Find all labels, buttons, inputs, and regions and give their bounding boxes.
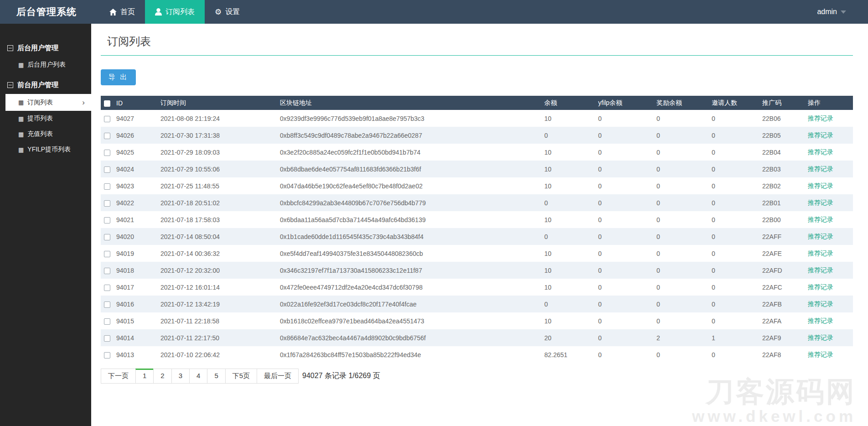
- sidebar-item-recharge-list[interactable]: ▦ 充值列表: [0, 126, 91, 142]
- row-reward-balance: 0: [656, 279, 712, 296]
- select-all-checkbox[interactable]: [104, 100, 110, 107]
- page-number-button[interactable]: 4: [189, 369, 207, 384]
- row-time: 2021-07-10 22:06:42: [160, 346, 280, 363]
- page-number-button[interactable]: 2: [153, 369, 171, 384]
- sidebar-group-frontend-users[interactable]: 前台用户管理: [0, 76, 91, 94]
- row-checkbox[interactable]: [104, 335, 110, 342]
- referral-records-link[interactable]: 推荐记录: [808, 233, 833, 240]
- referral-records-link[interactable]: 推荐记录: [808, 300, 833, 307]
- table-icon: ▦: [18, 62, 24, 68]
- row-promo-code: 22B04: [762, 144, 808, 161]
- row-checkbox[interactable]: [104, 183, 110, 190]
- page-number-button[interactable]: 1: [135, 369, 154, 384]
- row-invite-count: 0: [712, 177, 762, 194]
- referral-records-link[interactable]: 推荐记录: [808, 148, 833, 156]
- page-number-button[interactable]: 3: [171, 369, 190, 384]
- referral-records-link[interactable]: 推荐记录: [808, 199, 833, 206]
- referral-records-link[interactable]: 推荐记录: [808, 317, 833, 324]
- row-address: 0x1f67a284263bc84ff57e1503ba85b222f94ed3…: [280, 346, 544, 363]
- pagination-row: 下一页12345下5页最后一页 94027 条记录 1/6269 页: [101, 369, 853, 384]
- nav-item-label: 设置: [225, 7, 240, 17]
- minus-square-icon: [7, 45, 13, 51]
- row-promo-code: 22AFC: [762, 279, 808, 296]
- gear-icon: ⚙: [215, 8, 222, 16]
- row-id: 94013: [116, 346, 160, 363]
- table-row: 940262021-07-30 17:31:380xb8ff3c549c9df0…: [101, 127, 853, 144]
- row-checkbox[interactable]: [104, 318, 110, 325]
- referral-records-link[interactable]: 推荐记录: [808, 165, 833, 172]
- row-checkbox[interactable]: [104, 200, 110, 207]
- main-nav: 首页 订阅列表 ⚙ 设置: [99, 0, 250, 24]
- row-yfilp-balance: 0: [598, 262, 656, 279]
- page-number-button[interactable]: 5: [207, 369, 225, 384]
- row-checkbox[interactable]: [104, 217, 110, 223]
- table-row: 940142021-07-11 22:17:500x86684e7ac632be…: [101, 329, 853, 346]
- row-address: 0x1b1cade60dde1d116545f435c739c4ab343b84…: [280, 228, 544, 245]
- row-checkbox[interactable]: [104, 133, 110, 139]
- row-yfilp-balance: 0: [598, 194, 656, 211]
- referral-records-link[interactable]: 推荐记录: [808, 216, 833, 223]
- table-row: 940212021-07-18 17:58:030x6bdaa11a56aa5d…: [101, 211, 853, 228]
- row-checkbox[interactable]: [104, 166, 110, 173]
- sidebar-group-backend-users[interactable]: 后台用户管理: [0, 39, 91, 57]
- row-checkbox[interactable]: [104, 268, 110, 274]
- row-balance: 10: [544, 312, 598, 329]
- row-promo-code: 22B05: [762, 127, 808, 144]
- row-time: 2021-07-11 22:17:50: [160, 329, 280, 346]
- referral-records-link[interactable]: 推荐记录: [808, 334, 833, 341]
- row-checkbox[interactable]: [104, 234, 110, 240]
- col-header-code: 推广码: [762, 96, 808, 110]
- row-checkbox[interactable]: [104, 251, 110, 257]
- row-checkbox[interactable]: [104, 301, 110, 308]
- sidebar-item-subscription-list[interactable]: ▦ 订阅列表 ›: [5, 94, 91, 111]
- referral-records-link[interactable]: 推荐记录: [808, 131, 833, 139]
- row-balance: 10: [544, 262, 598, 279]
- row-time: 2021-07-11 22:18:58: [160, 312, 280, 329]
- sidebar-item-withdraw-list[interactable]: ▦ 提币列表: [0, 111, 91, 126]
- user-menu[interactable]: admin: [817, 0, 868, 24]
- export-button[interactable]: 导 出: [101, 69, 136, 85]
- referral-records-link[interactable]: 推荐记录: [808, 351, 833, 358]
- row-promo-code: 22B02: [762, 177, 808, 194]
- page-nav-button[interactable]: 最后一页: [257, 369, 299, 384]
- row-invite-count: 1: [712, 329, 762, 346]
- sidebar-item-backend-user-list[interactable]: ▦ 后台用户列表: [0, 57, 91, 73]
- referral-records-link[interactable]: 推荐记录: [808, 182, 833, 189]
- row-reward-balance: 0: [656, 262, 712, 279]
- row-id: 94023: [116, 177, 160, 194]
- row-balance: 10: [544, 110, 598, 127]
- subscription-table: ID 订阅时间 区块链地址 余额 yfilp余额 奖励余额 邀请人数 推广码 操…: [101, 96, 853, 363]
- row-reward-balance: 0: [656, 312, 712, 329]
- sidebar-item-yfilp-withdraw-list[interactable]: ▦ YFILP提币列表: [0, 142, 91, 157]
- row-reward-balance: 0: [656, 177, 712, 194]
- row-checkbox[interactable]: [104, 352, 110, 358]
- row-address: 0xb68dbae6de4e057754af811683fd6366b21b3f…: [280, 161, 544, 177]
- nav-item-subscriptions[interactable]: 订阅列表: [145, 0, 205, 24]
- row-checkbox[interactable]: [104, 150, 110, 156]
- referral-records-link[interactable]: 推荐记录: [808, 283, 833, 291]
- row-address: 0x472fe0eee4749712df2e4a20e4cd347dc6f307…: [280, 279, 544, 296]
- page-nav-button[interactable]: 下5页: [225, 369, 257, 384]
- table-body: 940272021-08-08 21:19:240x9239df3e9996c7…: [101, 110, 853, 363]
- row-id: 94026: [116, 127, 160, 144]
- nav-item-home[interactable]: 首页: [99, 0, 145, 24]
- row-reward-balance: 0: [656, 245, 712, 262]
- page-nav-button[interactable]: 下一页: [101, 369, 136, 384]
- referral-records-link[interactable]: 推荐记录: [808, 114, 833, 122]
- referral-records-link[interactable]: 推荐记录: [808, 266, 833, 274]
- row-yfilp-balance: 0: [598, 296, 656, 312]
- row-reward-balance: 0: [656, 346, 712, 363]
- row-checkbox[interactable]: [104, 116, 110, 122]
- row-id: 94015: [116, 312, 160, 329]
- nav-item-label: 订阅列表: [165, 7, 195, 17]
- col-header-invites: 邀请人数: [712, 96, 762, 110]
- table-icon: ▦: [18, 99, 24, 105]
- row-promo-code: 22AF8: [762, 346, 808, 363]
- username: admin: [817, 8, 837, 16]
- nav-item-settings[interactable]: ⚙ 设置: [205, 0, 250, 24]
- referral-records-link[interactable]: 推荐记录: [808, 249, 833, 257]
- row-checkbox[interactable]: [104, 285, 110, 291]
- user-icon: [155, 8, 162, 16]
- row-balance: 10: [544, 245, 598, 262]
- table-row: 940162021-07-12 13:42:190x022a16fe92ef3d…: [101, 296, 853, 312]
